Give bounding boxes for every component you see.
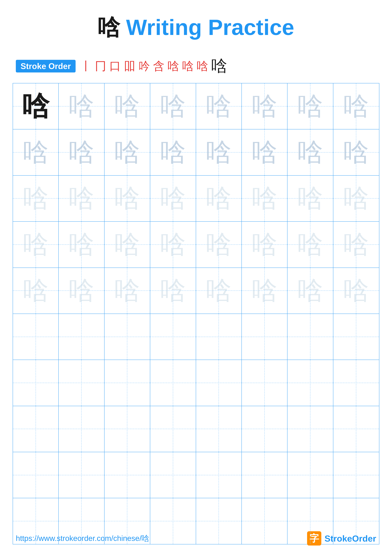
grid-cell-4-2[interactable]: 唅 <box>59 222 104 267</box>
grid-cell-4-4[interactable]: 唅 <box>150 222 196 267</box>
char-guide: 唅 <box>206 135 231 169</box>
grid-cell-4-6[interactable]: 唅 <box>242 222 287 267</box>
grid-cell-4-8[interactable]: 唅 <box>333 222 379 267</box>
grid-row-4: 唅 唅 唅 唅 唅 唅 唅 唅 <box>13 222 379 268</box>
grid-cell-8-2[interactable] <box>59 406 104 452</box>
grid-cell-3-6[interactable]: 唅 <box>242 175 287 221</box>
grid-cell-2-4[interactable]: 唅 <box>150 129 196 175</box>
grid-cell-6-1[interactable] <box>13 314 59 360</box>
grid-cell-3-4[interactable]: 唅 <box>150 175 196 221</box>
grid-cell-3-7[interactable]: 唅 <box>287 175 333 221</box>
grid-cell-8-5[interactable] <box>196 406 242 452</box>
char-guide: 唅 <box>343 181 369 215</box>
grid-cell-5-3[interactable]: 唅 <box>105 268 150 314</box>
grid-row-2: 唅 唅 唅 唅 唅 唅 唅 唅 <box>13 129 379 175</box>
grid-cell-1-5[interactable]: 唅 <box>196 83 242 129</box>
char-guide: 唅 <box>114 181 140 215</box>
grid-cell-2-7[interactable]: 唅 <box>287 129 333 175</box>
grid-cell-1-6[interactable]: 唅 <box>242 83 287 129</box>
grid-cell-6-8[interactable] <box>333 314 379 360</box>
footer: https://www.strokeorder.com/chinese/唅 字 … <box>0 531 392 546</box>
stroke-sequence: 丨 冂 口 吅 吟 含 唅 唅 唅 唅 <box>80 55 227 77</box>
char-guide: 唅 <box>252 227 277 262</box>
grid-cell-5-4[interactable]: 唅 <box>150 268 196 314</box>
grid-cell-5-8[interactable]: 唅 <box>333 268 379 314</box>
grid-cell-6-2[interactable] <box>59 314 104 360</box>
grid-cell-1-2[interactable]: 唅 <box>59 83 104 129</box>
grid-cell-2-3[interactable]: 唅 <box>105 129 150 175</box>
grid-cell-7-3[interactable] <box>105 360 150 406</box>
char-guide: 唅 <box>298 274 323 308</box>
grid-cell-4-3[interactable]: 唅 <box>105 222 150 267</box>
grid-cell-1-8[interactable]: 唅 <box>333 83 379 129</box>
grid-cell-6-6[interactable] <box>242 314 287 360</box>
grid-cell-9-1[interactable] <box>13 452 59 498</box>
grid-cell-3-1[interactable]: 唅 <box>13 175 59 221</box>
grid-cell-1-1[interactable]: 唅 <box>13 83 59 129</box>
grid-cell-7-2[interactable] <box>59 360 104 406</box>
grid-cell-1-4[interactable]: 唅 <box>150 83 196 129</box>
grid-cell-4-5[interactable]: 唅 <box>196 222 242 267</box>
grid-cell-9-6[interactable] <box>242 452 287 498</box>
grid-cell-8-6[interactable] <box>242 406 287 452</box>
grid-cell-6-5[interactable] <box>196 314 242 360</box>
stroke-10: 唅 <box>211 55 227 77</box>
grid-cell-9-4[interactable] <box>150 452 196 498</box>
stroke-5: 吟 <box>139 58 150 74</box>
grid-cell-7-1[interactable] <box>13 360 59 406</box>
grid-cell-8-4[interactable] <box>150 406 196 452</box>
grid-cell-8-8[interactable] <box>333 406 379 452</box>
grid-cell-2-2[interactable]: 唅 <box>59 129 104 175</box>
grid-cell-9-2[interactable] <box>59 452 104 498</box>
grid-cell-2-6[interactable]: 唅 <box>242 129 287 175</box>
grid-cell-9-5[interactable] <box>196 452 242 498</box>
grid-cell-3-3[interactable]: 唅 <box>105 175 150 221</box>
grid-cell-5-5[interactable]: 唅 <box>196 268 242 314</box>
char-guide: 唅 <box>114 135 140 169</box>
grid-cell-5-1[interactable]: 唅 <box>13 268 59 314</box>
grid-cell-5-2[interactable]: 唅 <box>59 268 104 314</box>
char-guide: 唅 <box>206 89 231 124</box>
brand-name: StrokeOrder <box>324 533 376 544</box>
grid-cell-4-7[interactable]: 唅 <box>287 222 333 267</box>
grid-cell-6-3[interactable] <box>105 314 150 360</box>
char-guide: 唅 <box>298 135 323 169</box>
char-guide: 唅 <box>343 89 369 124</box>
grid-cell-9-3[interactable] <box>105 452 150 498</box>
grid-cell-1-3[interactable]: 唅 <box>105 83 150 129</box>
char-guide: 唅 <box>69 89 94 124</box>
grid-cell-3-5[interactable]: 唅 <box>196 175 242 221</box>
grid-cell-6-7[interactable] <box>287 314 333 360</box>
grid-cell-9-8[interactable] <box>333 452 379 498</box>
grid-cell-2-8[interactable]: 唅 <box>333 129 379 175</box>
grid-cell-5-6[interactable]: 唅 <box>242 268 287 314</box>
grid-cell-2-5[interactable]: 唅 <box>196 129 242 175</box>
grid-cell-8-3[interactable] <box>105 406 150 452</box>
char-guide: 唅 <box>69 181 94 215</box>
brand-name-part1: Stroke <box>324 533 352 543</box>
grid-cell-5-7[interactable]: 唅 <box>287 268 333 314</box>
grid-cell-2-1[interactable]: 唅 <box>13 129 59 175</box>
grid-cell-4-1[interactable]: 唅 <box>13 222 59 267</box>
brand-name-part2: Order <box>352 533 376 543</box>
grid-cell-7-8[interactable] <box>333 360 379 406</box>
stroke-1: 丨 <box>80 58 92 74</box>
grid-cell-3-8[interactable]: 唅 <box>333 175 379 221</box>
grid-cell-8-1[interactable] <box>13 406 59 452</box>
grid-cell-3-2[interactable]: 唅 <box>59 175 104 221</box>
grid-cell-7-7[interactable] <box>287 360 333 406</box>
char-guide: 唅 <box>206 274 231 308</box>
grid-cell-1-7[interactable]: 唅 <box>287 83 333 129</box>
grid-cell-8-7[interactable] <box>287 406 333 452</box>
char-guide: 唅 <box>69 274 94 308</box>
grid-cell-9-7[interactable] <box>287 452 333 498</box>
grid-cell-7-4[interactable] <box>150 360 196 406</box>
grid-cell-7-6[interactable] <box>242 360 287 406</box>
grid-cell-6-4[interactable] <box>150 314 196 360</box>
char-guide: 唅 <box>343 274 369 308</box>
grid-cell-7-5[interactable] <box>196 360 242 406</box>
char-guide: 唅 <box>23 274 48 308</box>
char-guide: 唅 <box>160 274 186 308</box>
char-guide: 唅 <box>160 135 186 169</box>
stroke-order-section: Stroke Order 丨 冂 口 吅 吟 含 唅 唅 唅 唅 <box>0 52 392 83</box>
